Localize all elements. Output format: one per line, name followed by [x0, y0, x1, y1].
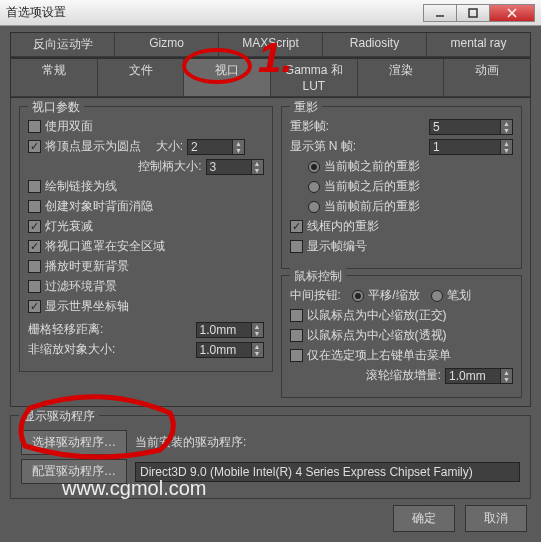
rad-both[interactable]	[308, 201, 320, 213]
svg-rect-1	[469, 9, 477, 17]
tab-radiosity[interactable]: Radiosity	[323, 33, 427, 57]
tab-viewport[interactable]: 视口	[184, 59, 271, 97]
tab-anim[interactable]: 动画	[444, 59, 530, 97]
rad-stroke[interactable]	[431, 290, 443, 302]
window-buttons	[424, 4, 535, 22]
spin-nonscale[interactable]: ▲▼	[196, 342, 264, 358]
mouse-group: 鼠标控制 中间按钮: 平移/缩放 笔划 以鼠标点为中心缩放(正交) 以鼠标点为中…	[281, 275, 522, 398]
rad-before[interactable]	[308, 161, 320, 173]
cancel-button[interactable]: 取消	[465, 505, 527, 532]
spin-grid[interactable]: ▲▼	[196, 322, 264, 338]
chk-drawlinks[interactable]	[28, 180, 41, 193]
replay-group: 重影 重影帧: ▲▼ 显示第 N 帧: ▲▼ 当前帧之前的重影 当前帧之后的重影…	[281, 106, 522, 269]
chk-masksafe[interactable]	[28, 240, 41, 253]
chk-rclick[interactable]	[290, 349, 303, 362]
spin-wheel[interactable]: ▲▼	[445, 368, 513, 384]
rad-after[interactable]	[308, 181, 320, 193]
watermark: www.cgmol.com	[62, 477, 206, 500]
select-driver-button[interactable]: 选择驱动程序…	[21, 430, 127, 455]
chk-worldaxis[interactable]	[28, 300, 41, 313]
footer: 确定 取消	[393, 505, 527, 532]
tab-gizmo[interactable]: Gizmo	[115, 33, 219, 57]
tab-ik[interactable]: 反向运动学	[11, 33, 115, 57]
chk-vertdot[interactable]	[28, 140, 41, 153]
spin-frames[interactable]: ▲▼	[429, 119, 513, 135]
tab-render[interactable]: 渲染	[358, 59, 445, 97]
tab-gamma[interactable]: Gamma 和 LUT	[271, 59, 358, 97]
tab-row-2: 常规 文件 视口 Gamma 和 LUT 渲染 动画	[10, 58, 531, 98]
chk-center-persp[interactable]	[290, 329, 303, 342]
installed-label: 当前安装的驱动程序:	[135, 434, 246, 451]
chk-atten[interactable]	[28, 220, 41, 233]
tab-general[interactable]: 常规	[11, 59, 98, 97]
chk-dual[interactable]	[28, 120, 41, 133]
chk-playbg[interactable]	[28, 260, 41, 273]
chk-backface[interactable]	[28, 200, 41, 213]
close-button[interactable]	[489, 4, 535, 22]
replay-legend: 重影	[290, 99, 322, 116]
window-title: 首选项设置	[6, 4, 66, 21]
viewport-legend: 视口参数	[28, 99, 84, 116]
maximize-button[interactable]	[456, 4, 490, 22]
chk-filterbg[interactable]	[28, 280, 41, 293]
tab-file[interactable]: 文件	[98, 59, 185, 97]
tab-row-1: 反向运动学 Gizmo MAXScript Radiosity mental r…	[10, 32, 531, 58]
tab-mentalray[interactable]: mental ray	[427, 33, 530, 57]
mouse-legend: 鼠标控制	[290, 268, 346, 285]
titlebar: 首选项设置	[0, 0, 541, 26]
chk-wire[interactable]	[290, 220, 303, 233]
minimize-button[interactable]	[423, 4, 457, 22]
spin-nth[interactable]: ▲▼	[429, 139, 513, 155]
spin-size[interactable]: ▲▼	[187, 139, 245, 155]
tab-maxscript[interactable]: MAXScript	[219, 33, 323, 57]
chk-shownum[interactable]	[290, 240, 303, 253]
viewport-params-group: 视口参数 使用双面 将顶点显示为圆点 大小: ▲▼ 控制柄大小: ▲▼ 绘制链接…	[19, 106, 273, 372]
spin-handle[interactable]: ▲▼	[206, 159, 264, 175]
rad-pan[interactable]	[352, 290, 364, 302]
chk-center-ortho[interactable]	[290, 309, 303, 322]
ok-button[interactable]: 确定	[393, 505, 455, 532]
driver-legend: 显示驱动程序	[19, 408, 99, 425]
